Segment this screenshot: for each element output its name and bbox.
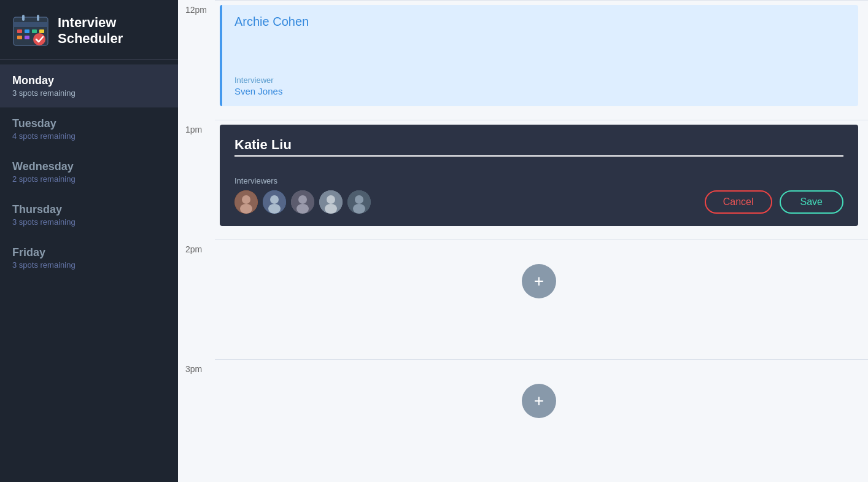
svg-point-15 [270, 195, 279, 204]
app-header: Interview Scheduler [0, 0, 178, 60]
save-button[interactable]: Save [780, 190, 843, 214]
sidebar-item-friday[interactable]: Friday 3 spots remaining [0, 236, 178, 279]
time-label-2pm: 2pm [178, 239, 215, 254]
main-content: 12pm Archie Cohen Interviewer Sven Jones… [178, 0, 868, 482]
archie-candidate-name: Archie Cohen [234, 15, 846, 29]
avatar-5 [347, 190, 371, 214]
svg-rect-1 [14, 22, 48, 27]
avatar-4 [319, 190, 343, 214]
add-slot-button-3pm[interactable]: + [522, 384, 556, 418]
svg-rect-6 [17, 36, 22, 39]
time-label-1pm: 1pm [178, 120, 215, 134]
svg-rect-3 [25, 29, 29, 33]
interviewers-section: Interviewers [234, 176, 705, 214]
time-content-3pm: + [215, 359, 868, 443]
svg-point-19 [296, 204, 309, 214]
time-label-12pm: 12pm [178, 0, 215, 15]
svg-point-22 [325, 204, 337, 214]
spots-thursday: 3 spots remaining [12, 217, 166, 227]
svg-point-8 [33, 33, 45, 45]
time-content-2pm: + [215, 239, 868, 323]
spots-tuesday: 4 spots remaining [12, 131, 166, 141]
day-name-wednesday: Wednesday [12, 160, 166, 173]
sidebar-item-monday[interactable]: Monday 3 spots remaining [0, 64, 178, 107]
archie-cohen-card: Archie Cohen Interviewer Sven Jones [220, 5, 858, 106]
svg-rect-10 [37, 15, 39, 21]
time-row-1pm: 1pm Interviewers [178, 120, 868, 239]
spots-friday: 3 spots remaining [12, 260, 166, 270]
svg-point-21 [327, 195, 335, 204]
add-slot-button-2pm[interactable]: + [522, 264, 556, 298]
svg-point-16 [268, 204, 281, 214]
cancel-button[interactable]: Cancel [705, 190, 772, 214]
svg-point-24 [355, 195, 363, 204]
avatar-2 [263, 190, 286, 214]
svg-point-18 [298, 195, 307, 204]
day-name-monday: Monday [12, 74, 166, 87]
avatar-row [234, 190, 705, 214]
app-title-text: Interview Scheduler [58, 15, 123, 47]
svg-rect-5 [39, 29, 44, 33]
svg-rect-9 [22, 15, 25, 21]
day-name-friday: Friday [12, 246, 166, 259]
sidebar-item-tuesday[interactable]: Tuesday 4 spots remaining [0, 107, 178, 150]
time-content-12pm: Archie Cohen Interviewer Sven Jones [215, 0, 868, 111]
archie-interviewer-label: Interviewer [234, 76, 846, 85]
time-content-1pm: Interviewers [215, 120, 868, 231]
calendar-icon [12, 12, 49, 49]
card-actions: Cancel Save [705, 190, 843, 214]
add-slot-container-2pm: + [220, 244, 858, 318]
avatar-1 [234, 190, 258, 214]
interviewers-label: Interviewers [234, 176, 705, 185]
time-row-12pm: 12pm Archie Cohen Interviewer Sven Jones [178, 0, 868, 120]
time-label-3pm: 3pm [178, 359, 215, 374]
archie-interviewer-name: Sven Jones [234, 86, 846, 96]
svg-rect-7 [25, 36, 29, 39]
spots-wednesday: 2 spots remaining [12, 174, 166, 184]
candidate-name-input[interactable] [234, 137, 843, 157]
svg-rect-2 [17, 29, 22, 33]
katie-liu-card: Interviewers [220, 125, 858, 226]
svg-point-13 [240, 204, 252, 214]
spots-monday: 3 spots remaining [12, 88, 166, 98]
add-slot-container-3pm: + [220, 364, 858, 438]
sidebar-item-thursday[interactable]: Thursday 3 spots remaining [0, 193, 178, 236]
time-row-2pm: 2pm + [178, 239, 868, 359]
svg-point-12 [242, 195, 250, 204]
svg-rect-4 [32, 29, 37, 33]
avatar-3 [291, 190, 314, 214]
time-row-3pm: 3pm + [178, 359, 868, 479]
app-title: Interview Scheduler [58, 15, 123, 47]
day-name-tuesday: Tuesday [12, 117, 166, 130]
sidebar-item-wednesday[interactable]: Wednesday 2 spots remaining [0, 150, 178, 193]
day-name-thursday: Thursday [12, 203, 166, 216]
svg-point-25 [353, 204, 365, 214]
sidebar: Interview Scheduler Monday 3 spots remai… [0, 0, 178, 482]
